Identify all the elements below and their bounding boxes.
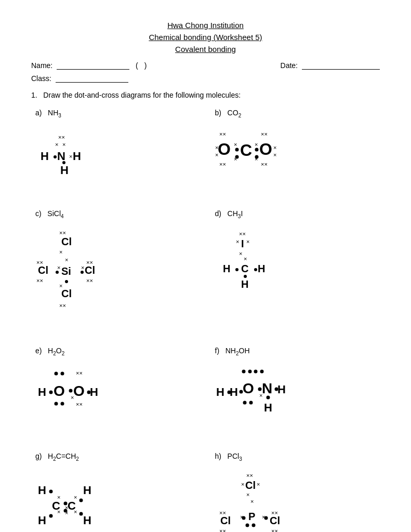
ch3i-diagram: ×× I × × C H H H × × [215,225,293,309]
svg-text:××: ×× [219,528,226,532]
svg-point-73 [55,402,58,406]
molecule-g: g) H2C=CH2 H C × × H C [31,448,201,532]
molecule-b-label: b) CO2 [215,109,376,118]
svg-point-13 [235,148,238,151]
svg-text:××: ×× [59,230,66,236]
svg-point-63 [55,372,58,376]
date-field[interactable] [302,61,380,70]
svg-text:H: H [73,150,81,163]
svg-text:H: H [38,514,46,527]
pcl3-diagram: ×× Cl × × P ×× Cl ×× × ×× Cl ×× [215,468,319,532]
molecule-d: d) CH3I ×× I × × C H H H [211,205,380,327]
svg-point-106 [79,512,83,516]
molecule-f-label: f) NH2OH [215,347,376,356]
svg-point-79 [254,370,257,374]
diagram-nh2oh: H O N × H H [215,362,329,426]
diagram-h2cch2: H C × × H C H H [35,468,155,532]
worksheet-title: Chemical bonding (Worksheet 5) [31,33,380,42]
svg-text:×: × [215,144,218,151]
diagram-pcl3: ×× Cl × × P ×× Cl ×× × ×× Cl ×× [215,468,319,532]
svg-text:H: H [83,514,91,527]
svg-text:×: × [55,141,58,148]
svg-text:×: × [57,264,60,271]
svg-point-94 [49,490,53,494]
molecule-d-label: d) CH3I [215,209,376,219]
svg-point-83 [258,388,261,391]
svg-text:H: H [223,263,230,274]
svg-text:××: ×× [261,161,268,167]
svg-text:Si: Si [61,265,71,277]
svg-text:××: ×× [76,401,83,407]
diagram-nh3: H N ×× × H H × × [35,125,103,183]
svg-text:Cl: Cl [245,480,256,491]
class-field[interactable] [56,74,128,83]
svg-text:×: × [241,481,244,487]
question-1: 1. Draw the dot-and-cross diagrams for t… [31,91,380,99]
svg-point-66 [69,389,73,393]
svg-point-127 [264,516,268,520]
svg-text:H: H [60,164,69,177]
molecule-a-label: a) NH3 [35,109,196,118]
svg-point-89 [243,401,246,405]
svg-text:H: H [230,385,238,398]
svg-text:×: × [62,141,65,148]
molecule-c-label: c) SiCl4 [35,209,196,219]
molecule-a: a) NH3 H N ×× × H H × × [31,104,201,190]
svg-point-1 [54,155,57,158]
svg-text:H: H [38,385,46,398]
svg-text:××: ×× [261,131,268,137]
svg-text:O: O [73,383,85,399]
co2-diagram: ×× O ×× C ×× O ×× [215,125,345,177]
svg-text:×: × [81,264,84,271]
svg-text:×: × [246,238,249,245]
svg-point-16 [255,148,258,151]
svg-point-47 [65,280,68,283]
svg-text:Cl: Cl [270,515,280,526]
molecule-h: h) PCl3 ×× Cl × × P ×× Cl ×× × [211,448,380,532]
svg-text:×: × [259,392,262,398]
svg-text:C: C [240,141,252,159]
svg-text:Cl: Cl [61,288,72,299]
molecule-g-label: g) H2C=CH2 [35,452,196,462]
institution-title: Hwa Chong Institution [31,21,380,30]
svg-point-56 [254,268,257,271]
nh2oh-diagram: H O N × H H [215,362,329,424]
svg-text:×: × [215,152,218,158]
class-label: Class: [31,74,51,83]
svg-point-62 [49,391,53,394]
svg-text:××: ×× [246,472,253,478]
svg-text:××: ×× [271,528,278,532]
svg-text:×: × [74,494,77,500]
svg-point-54 [235,268,238,271]
svg-point-78 [248,370,251,374]
svg-text:H: H [264,401,272,414]
h2o2-diagram: H O × ×× O ×× H [35,362,134,414]
svg-text:×: × [236,238,239,245]
svg-text:×: × [59,249,62,255]
svg-text:H: H [41,150,49,163]
svg-point-42 [81,271,84,274]
name-label: Name: [31,61,52,70]
molecule-e-label: e) H2O2 [35,347,196,356]
topic-title: Covalent bonding [31,45,380,54]
svg-text:×: × [273,144,276,151]
svg-text:Cl: Cl [220,515,231,526]
svg-text:×: × [250,498,254,504]
svg-text:O: O [259,140,272,158]
svg-point-7 [62,161,65,164]
svg-point-117 [251,524,255,527]
svg-text:I: I [241,238,244,249]
svg-text:×: × [255,141,258,148]
molecules-grid: a) NH3 H N ×× × H H × × [31,104,380,532]
svg-text:××: ×× [36,277,43,284]
svg-text:××: ×× [58,134,65,140]
svg-point-104 [79,499,83,502]
molecule-b: b) CO2 ×× O ×× C ×× O [211,104,380,190]
paren-open: ( [134,61,138,70]
svg-text:×: × [255,156,258,162]
svg-point-116 [245,524,249,527]
svg-text:××: ×× [59,302,66,309]
name-field[interactable] [57,61,129,70]
diagram-ch3i: ×× I × × C H H H × × [215,225,293,310]
sicl4-diagram: ×× Cl × × Si ×× Cl ×× × ×× Cl ×× [35,225,118,319]
